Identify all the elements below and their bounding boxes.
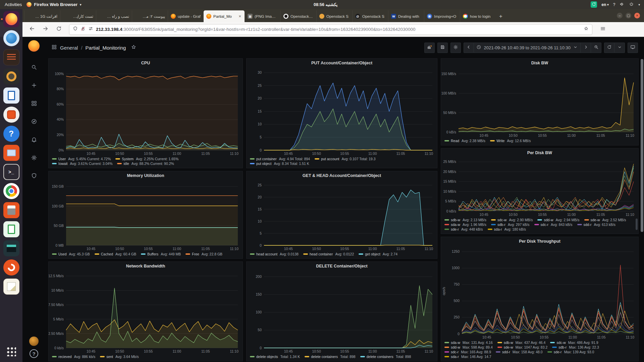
close-tab-icon[interactable]: × <box>238 14 242 19</box>
tab[interactable]: تست کارایی هیولا <box>60 10 96 22</box>
time-shift-forward-button[interactable] <box>581 43 591 53</box>
panel-title[interactable]: PUT Account/Container/Object <box>247 59 437 67</box>
dashboards-grid-icon[interactable] <box>51 44 57 51</box>
legend-item[interactable]: CachedAvg: 60.4 GB <box>95 252 136 256</box>
dock-icon-libreoffice-calc[interactable] <box>3 221 19 237</box>
legend-item[interactable]: sde-wAvg: 2.52 MB/s <box>584 218 626 222</box>
avatar[interactable] <box>29 337 39 346</box>
panel-title[interactable]: Network Bandwidth <box>49 262 243 270</box>
legend-item[interactable]: sde-wMax: 1047 Avg: 83.2 <box>497 345 548 349</box>
dock-icon-libreoffice-writer[interactable] <box>3 87 19 104</box>
panel-title[interactable]: CPU <box>49 59 243 67</box>
refresh-button[interactable] <box>604 43 614 53</box>
sidebar-alerting-icon[interactable] <box>27 133 41 146</box>
legend-item[interactable]: WriteAvg: 12.6 MB/s <box>490 139 531 143</box>
sidebar-search-icon[interactable] <box>27 60 41 74</box>
dashboard-settings-button[interactable] <box>450 43 461 53</box>
legend-item[interactable]: sdd-rAvg: 613 kB/s <box>577 223 616 227</box>
legend-item[interactable]: FreeAvg: 22.8 GB <box>185 252 222 256</box>
panel-title[interactable]: Disk BW <box>441 59 638 67</box>
legend-item[interactable]: delete containersTotal: 898 <box>360 355 411 359</box>
page-scrollbar[interactable] <box>640 58 643 362</box>
sync-indicator-icon[interactable] <box>591 1 597 8</box>
sidebar-explore-icon[interactable] <box>27 115 41 128</box>
dock-icon-firefox[interactable] <box>3 11 19 27</box>
sidebar-dashboards-icon[interactable] <box>27 97 41 110</box>
legend-item[interactable]: sdd-rMax: 158 Avg: 48.0 <box>496 350 543 354</box>
zoom-out-time-button[interactable] <box>591 43 601 53</box>
maximize-button[interactable]: ▢ <box>626 13 631 18</box>
legend-scrollbar[interactable] <box>636 219 638 230</box>
legend-item[interactable]: sdc-wAvg: 2.90 MB/s <box>491 218 533 222</box>
legend-item[interactable]: sda-wAvg: 1.96 MB/s <box>444 223 486 227</box>
dock-icon-show-applications[interactable] <box>3 343 19 359</box>
legend-item[interactable]: UsedAvg: 45.3 GB <box>52 252 90 256</box>
legend-item[interactable]: head containerAvg: 0.0122 <box>303 252 354 256</box>
clock[interactable]: 08:56 یکشنبه <box>314 0 337 9</box>
legend-item[interactable]: put accountAvg: 0.107 Total: 19.3 <box>315 157 376 161</box>
forward-button[interactable] <box>40 24 50 35</box>
chart-get-head[interactable]: 051015202510:4510:5010:5511:0011:0511:10 <box>247 180 437 251</box>
dock-icon-chrome[interactable] <box>3 183 19 199</box>
help-icon[interactable]: ? <box>613 2 615 7</box>
language-indicator[interactable]: en▾ <box>601 2 609 7</box>
tab[interactable]: پیوست ۲: مستندا <box>132 10 168 22</box>
chart-cpu[interactable]: 0%20%40%60%80%100%10:4510:5010:5511:0011… <box>49 67 243 156</box>
share-icon[interactable] <box>140 44 145 51</box>
dock-icon-media-app[interactable] <box>3 68 19 84</box>
legend-item[interactable]: delete objectsTotal: 1.34 K <box>250 355 300 359</box>
chart-delete[interactable]: 05010015020010:4510:5010:5511:0011:0511:… <box>247 270 437 354</box>
reload-button[interactable] <box>54 24 64 35</box>
permissions-icon[interactable] <box>88 26 93 33</box>
legend-item[interactable]: BuffersAvg: 449 MB <box>141 252 181 256</box>
tab[interactable]: Improving+O <box>424 10 460 22</box>
legend-item[interactable]: delete containersTotal: 898 <box>305 355 356 359</box>
tab-active[interactable]: Partial_Mo× <box>204 10 245 22</box>
grafana-logo-icon[interactable] <box>28 40 40 52</box>
legend-item[interactable]: sda-wMax: 131 Avg: 4.16 <box>444 341 493 345</box>
page-title[interactable]: Partial_Monitoring <box>86 45 126 51</box>
chart-put[interactable]: 05101520253010:4510:5010:5511:0011:0511:… <box>247 67 437 156</box>
chart-memory[interactable]: 0 MB50 GB100 GB150 GB10:4510:5010:5511:0… <box>49 180 243 251</box>
kiosk-mode-button[interactable] <box>628 43 638 53</box>
sidebar-add-icon[interactable] <box>27 78 41 92</box>
legend-item[interactable]: sda-rMax: 146 Avg: 14.7 <box>444 355 491 359</box>
legend-item[interactable]: sentAvg: 3.64 Mb/s <box>100 355 139 359</box>
panel-title[interactable]: Memory Utilization <box>49 171 243 180</box>
legend-item[interactable]: sdc-wMax: 486 Avg: 91.9 <box>550 341 598 345</box>
system-menu-caret-icon[interactable]: ▾ <box>638 3 640 6</box>
legend-item[interactable]: sdb-wMax: 437 Avg: 46.4 <box>497 341 546 345</box>
legend-item[interactable]: sdd-wAvg: 2.94 MB/s <box>537 218 579 222</box>
power-icon[interactable] <box>629 2 634 8</box>
chart-disk-bw[interactable]: 0 kB/s50 MB/s100 MB/s150 MB/s10:4510:501… <box>441 67 638 138</box>
tab[interactable]: افرانت 1G - ساما <box>24 10 60 22</box>
legend-item[interactable]: sdc-rAvg: 843 kB/s <box>534 223 573 227</box>
legend-item[interactable]: get objectAvg: 2.74 <box>359 252 397 256</box>
breadcrumb-folder[interactable]: General <box>60 45 78 51</box>
dock-icon-notes[interactable] <box>3 279 19 295</box>
time-range-picker[interactable]: 2021-09-26 10:40:39 to 2021-09-26 11:10:… <box>474 43 581 53</box>
sidebar-server-admin-icon[interactable] <box>27 169 41 182</box>
legend-item[interactable]: sda-rAvg: 180 kB/s <box>488 227 526 231</box>
legend-item[interactable]: recievedAvg: 886 kb/s <box>52 355 95 359</box>
dock-icon-software-updater[interactable] <box>3 259 19 276</box>
dock-icon-terminal[interactable] <box>3 164 19 180</box>
legend-item[interactable]: ReadAvg: 2.38 MB/s <box>444 139 485 143</box>
tab[interactable]: (PNG Image, 564 <box>245 10 280 22</box>
dock-icon-text-files[interactable] <box>3 49 19 65</box>
insecure-lock-icon[interactable] <box>80 26 86 33</box>
scrollbar-thumb[interactable] <box>641 59 643 232</box>
url-text[interactable]: 212.33.198.4:3000/d/F63l05Snk/partial_mo… <box>96 27 581 32</box>
legend-item[interactable]: sdb-wAvg: 2.13 MB/s <box>444 218 486 222</box>
panel-title[interactable]: Per Disk BW <box>441 148 638 157</box>
chart-per-disk-bw[interactable]: 0 kB/s5 MB/s10 MB/s15 MB/s20 MB/s25 MB/s… <box>441 157 638 217</box>
legend-item[interactable]: idleAvg: 88.2% Current: 90.2% <box>117 162 174 166</box>
panel-title[interactable]: Per Disk Throughput <box>441 237 638 246</box>
time-shift-back-button[interactable] <box>464 43 474 53</box>
app-menu[interactable]: Firefox Web Browser ▾ <box>26 2 81 7</box>
legend-item[interactable]: put objectAvg: 8.34 Total: 1.51 K <box>250 162 309 166</box>
minimize-button[interactable]: – <box>617 13 623 18</box>
chart-per-disk-throughput[interactable]: 02505007501000125010:4510:5010:5511:0011… <box>441 246 638 340</box>
tab[interactable]: how to login <box>460 10 496 22</box>
dock-icon-utilities[interactable] <box>3 145 19 161</box>
